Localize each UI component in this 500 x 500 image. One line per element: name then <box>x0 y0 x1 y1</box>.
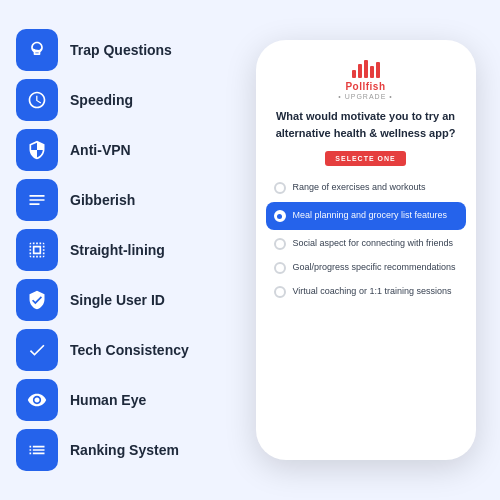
straight-lining-icon <box>16 229 58 271</box>
speeding-icon <box>16 79 58 121</box>
gibberish-icon <box>16 179 58 221</box>
option-social[interactable]: Social aspect for connecting with friend… <box>270 232 462 256</box>
sidebar-item-gibberish[interactable]: Gibberish <box>16 179 231 221</box>
single-user-id-label: Single User ID <box>70 292 165 308</box>
sidebar-item-human-eye[interactable]: Human Eye <box>16 379 231 421</box>
option-meal-planning[interactable]: Meal planning and grocery list features <box>266 202 466 230</box>
pollfish-logo-icon <box>350 56 380 81</box>
sidebar: Trap Questions Speeding Anti-VPN Gibberi… <box>16 29 231 471</box>
anti-vpn-icon <box>16 129 58 171</box>
option-exercises-text: Range of exercises and workouts <box>293 182 426 194</box>
radio-social <box>274 238 286 250</box>
option-goal-progress-text: Goal/progress specific recommendations <box>293 262 456 274</box>
ranking-system-icon <box>16 429 58 471</box>
svg-rect-0 <box>352 70 356 78</box>
sidebar-item-trap-questions[interactable]: Trap Questions <box>16 29 231 71</box>
radio-exercises <box>274 182 286 194</box>
sidebar-item-speeding[interactable]: Speeding <box>16 79 231 121</box>
human-eye-icon <box>16 379 58 421</box>
option-meal-planning-text: Meal planning and grocery list features <box>293 210 448 222</box>
radio-meal-planning <box>274 210 286 222</box>
speeding-label: Speeding <box>70 92 133 108</box>
option-exercises[interactable]: Range of exercises and workouts <box>270 176 462 200</box>
sidebar-item-single-user-id[interactable]: Single User ID <box>16 279 231 321</box>
radio-virtual-coaching <box>274 286 286 298</box>
tech-consistency-icon <box>16 329 58 371</box>
select-one-button[interactable]: SELECTE ONE <box>325 151 405 166</box>
sidebar-item-tech-consistency[interactable]: Tech Consistency <box>16 329 231 371</box>
pollfish-name: Pollfish <box>345 81 385 92</box>
option-virtual-coaching-text: Virtual coaching or 1:1 training session… <box>293 286 452 298</box>
tech-consistency-label: Tech Consistency <box>70 342 189 358</box>
option-goal-progress[interactable]: Goal/progress specific recommendations <box>270 256 462 280</box>
svg-rect-2 <box>364 60 368 78</box>
svg-rect-3 <box>370 66 374 78</box>
sidebar-item-anti-vpn[interactable]: Anti-VPN <box>16 129 231 171</box>
straight-lining-label: Straight-lining <box>70 242 165 258</box>
sidebar-item-straight-lining[interactable]: Straight-lining <box>16 229 231 271</box>
option-social-text: Social aspect for connecting with friend… <box>293 238 454 250</box>
phone-mockup: Pollfish • UPGRADE • What would motivate… <box>256 40 476 460</box>
gibberish-label: Gibberish <box>70 192 135 208</box>
pollfish-sub: • UPGRADE • <box>338 93 392 100</box>
svg-rect-4 <box>376 62 380 78</box>
sidebar-item-ranking-system[interactable]: Ranking System <box>16 429 231 471</box>
phone-question-text: What would motivate you to try an altern… <box>270 108 462 141</box>
human-eye-label: Human Eye <box>70 392 146 408</box>
single-user-id-icon <box>16 279 58 321</box>
trap-questions-icon <box>16 29 58 71</box>
option-virtual-coaching[interactable]: Virtual coaching or 1:1 training session… <box>270 280 462 304</box>
radio-goal-progress <box>274 262 286 274</box>
phone-options-list: Range of exercises and workouts Meal pla… <box>270 176 462 304</box>
ranking-system-label: Ranking System <box>70 442 179 458</box>
anti-vpn-label: Anti-VPN <box>70 142 131 158</box>
phone-logo: Pollfish • UPGRADE • <box>338 56 392 100</box>
svg-rect-1 <box>358 64 362 78</box>
trap-questions-label: Trap Questions <box>70 42 172 58</box>
phone-wrapper: Pollfish • UPGRADE • What would motivate… <box>247 40 484 460</box>
main-container: Trap Questions Speeding Anti-VPN Gibberi… <box>0 0 500 500</box>
